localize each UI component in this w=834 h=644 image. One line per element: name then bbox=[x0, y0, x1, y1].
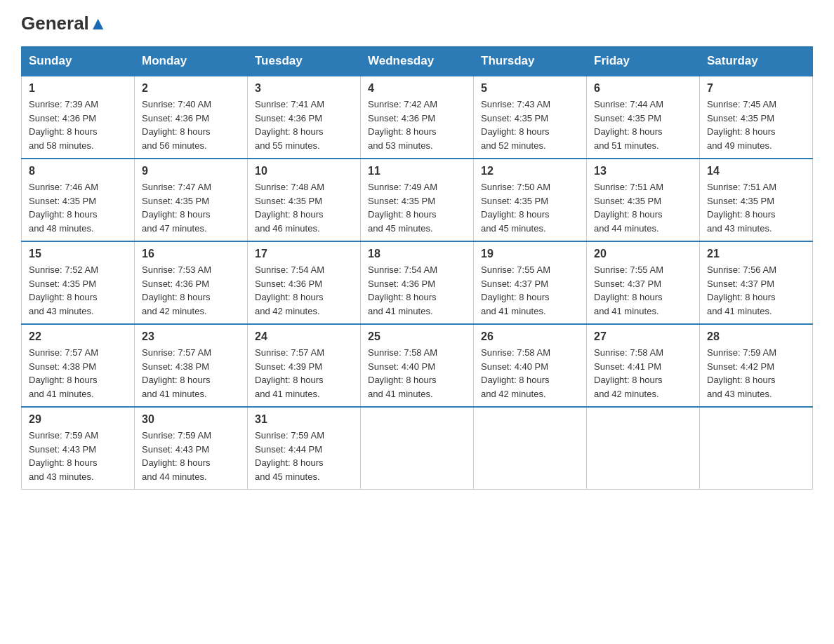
calendar-week-row: 1 Sunrise: 7:39 AM Sunset: 4:36 PM Dayli… bbox=[22, 76, 813, 159]
calendar-cell: 29 Sunrise: 7:59 AM Sunset: 4:43 PM Dayl… bbox=[22, 407, 135, 490]
day-info: Sunrise: 7:51 AM Sunset: 4:35 PM Dayligh… bbox=[594, 180, 692, 235]
calendar-cell: 23 Sunrise: 7:57 AM Sunset: 4:38 PM Dayl… bbox=[135, 324, 248, 407]
calendar-cell: 1 Sunrise: 7:39 AM Sunset: 4:36 PM Dayli… bbox=[22, 76, 135, 159]
calendar-cell bbox=[587, 407, 700, 490]
day-info: Sunrise: 7:59 AM Sunset: 4:44 PM Dayligh… bbox=[255, 429, 353, 483]
day-number: 19 bbox=[481, 248, 579, 260]
calendar-cell bbox=[700, 407, 813, 490]
day-number: 14 bbox=[707, 165, 805, 177]
calendar-week-row: 29 Sunrise: 7:59 AM Sunset: 4:43 PM Dayl… bbox=[22, 407, 813, 490]
day-info: Sunrise: 7:43 AM Sunset: 4:35 PM Dayligh… bbox=[481, 98, 579, 152]
day-info: Sunrise: 7:57 AM Sunset: 4:39 PM Dayligh… bbox=[255, 346, 353, 401]
day-info: Sunrise: 7:53 AM Sunset: 4:36 PM Dayligh… bbox=[142, 263, 240, 318]
calendar-cell: 25 Sunrise: 7:58 AM Sunset: 4:40 PM Dayl… bbox=[361, 324, 474, 407]
day-info: Sunrise: 7:54 AM Sunset: 4:36 PM Dayligh… bbox=[368, 263, 466, 318]
day-info: Sunrise: 7:58 AM Sunset: 4:40 PM Dayligh… bbox=[481, 346, 579, 401]
day-info: Sunrise: 7:46 AM Sunset: 4:35 PM Dayligh… bbox=[29, 180, 127, 235]
day-number: 17 bbox=[255, 248, 353, 260]
calendar-cell: 13 Sunrise: 7:51 AM Sunset: 4:35 PM Dayl… bbox=[587, 159, 700, 241]
day-number: 6 bbox=[594, 82, 692, 95]
day-number: 29 bbox=[29, 413, 127, 426]
day-info: Sunrise: 7:48 AM Sunset: 4:35 PM Dayligh… bbox=[255, 180, 353, 235]
day-number: 27 bbox=[594, 330, 692, 343]
day-info: Sunrise: 7:44 AM Sunset: 4:35 PM Dayligh… bbox=[594, 98, 692, 152]
day-info: Sunrise: 7:54 AM Sunset: 4:36 PM Dayligh… bbox=[255, 263, 353, 318]
calendar-week-row: 22 Sunrise: 7:57 AM Sunset: 4:38 PM Dayl… bbox=[22, 324, 813, 407]
calendar-cell: 20 Sunrise: 7:55 AM Sunset: 4:37 PM Dayl… bbox=[587, 241, 700, 324]
day-info: Sunrise: 7:58 AM Sunset: 4:41 PM Dayligh… bbox=[594, 346, 692, 401]
calendar-cell bbox=[361, 407, 474, 490]
calendar-week-row: 8 Sunrise: 7:46 AM Sunset: 4:35 PM Dayli… bbox=[22, 159, 813, 241]
calendar-cell: 21 Sunrise: 7:56 AM Sunset: 4:37 PM Dayl… bbox=[700, 241, 813, 324]
day-info: Sunrise: 7:59 AM Sunset: 4:43 PM Dayligh… bbox=[29, 429, 127, 483]
day-number: 9 bbox=[142, 165, 240, 177]
day-number: 28 bbox=[707, 330, 805, 343]
day-info: Sunrise: 7:57 AM Sunset: 4:38 PM Dayligh… bbox=[142, 346, 240, 401]
calendar-cell: 14 Sunrise: 7:51 AM Sunset: 4:35 PM Dayl… bbox=[700, 159, 813, 241]
calendar-cell: 9 Sunrise: 7:47 AM Sunset: 4:35 PM Dayli… bbox=[135, 159, 248, 241]
day-number: 13 bbox=[594, 165, 692, 177]
weekday-header-thursday: Thursday bbox=[474, 47, 587, 76]
calendar-week-row: 15 Sunrise: 7:52 AM Sunset: 4:35 PM Dayl… bbox=[22, 241, 813, 324]
day-number: 30 bbox=[142, 413, 240, 426]
day-info: Sunrise: 7:51 AM Sunset: 4:35 PM Dayligh… bbox=[707, 180, 805, 235]
day-number: 1 bbox=[29, 82, 127, 95]
day-number: 4 bbox=[368, 82, 466, 95]
day-info: Sunrise: 7:55 AM Sunset: 4:37 PM Dayligh… bbox=[481, 263, 579, 318]
day-info: Sunrise: 7:57 AM Sunset: 4:38 PM Dayligh… bbox=[29, 346, 127, 401]
day-number: 7 bbox=[707, 82, 805, 95]
day-number: 22 bbox=[29, 330, 127, 343]
day-number: 24 bbox=[255, 330, 353, 343]
page-header: General▲ bbox=[21, 14, 813, 32]
day-info: Sunrise: 7:59 AM Sunset: 4:43 PM Dayligh… bbox=[142, 429, 240, 483]
day-number: 18 bbox=[368, 248, 466, 260]
calendar-cell: 8 Sunrise: 7:46 AM Sunset: 4:35 PM Dayli… bbox=[22, 159, 135, 241]
day-number: 3 bbox=[255, 82, 353, 95]
calendar-cell: 18 Sunrise: 7:54 AM Sunset: 4:36 PM Dayl… bbox=[361, 241, 474, 324]
day-number: 8 bbox=[29, 165, 127, 177]
day-info: Sunrise: 7:40 AM Sunset: 4:36 PM Dayligh… bbox=[142, 98, 240, 152]
weekday-header-monday: Monday bbox=[135, 47, 248, 76]
calendar-cell: 3 Sunrise: 7:41 AM Sunset: 4:36 PM Dayli… bbox=[248, 76, 361, 159]
calendar-cell: 19 Sunrise: 7:55 AM Sunset: 4:37 PM Dayl… bbox=[474, 241, 587, 324]
day-info: Sunrise: 7:52 AM Sunset: 4:35 PM Dayligh… bbox=[29, 263, 127, 318]
calendar-cell: 24 Sunrise: 7:57 AM Sunset: 4:39 PM Dayl… bbox=[248, 324, 361, 407]
day-number: 25 bbox=[368, 330, 466, 343]
weekday-header-sunday: Sunday bbox=[22, 47, 135, 76]
calendar-cell: 15 Sunrise: 7:52 AM Sunset: 4:35 PM Dayl… bbox=[22, 241, 135, 324]
calendar-cell: 31 Sunrise: 7:59 AM Sunset: 4:44 PM Dayl… bbox=[248, 407, 361, 490]
logo-triangle-icon: ▲ bbox=[89, 13, 107, 34]
day-info: Sunrise: 7:59 AM Sunset: 4:42 PM Dayligh… bbox=[707, 346, 805, 401]
calendar-cell: 2 Sunrise: 7:40 AM Sunset: 4:36 PM Dayli… bbox=[135, 76, 248, 159]
weekday-header-row: SundayMondayTuesdayWednesdayThursdayFrid… bbox=[22, 47, 813, 76]
day-number: 12 bbox=[481, 165, 579, 177]
calendar-cell: 7 Sunrise: 7:45 AM Sunset: 4:35 PM Dayli… bbox=[700, 76, 813, 159]
weekday-header-saturday: Saturday bbox=[700, 47, 813, 76]
calendar-cell: 6 Sunrise: 7:44 AM Sunset: 4:35 PM Dayli… bbox=[587, 76, 700, 159]
day-number: 11 bbox=[368, 165, 466, 177]
weekday-header-wednesday: Wednesday bbox=[361, 47, 474, 76]
day-number: 20 bbox=[594, 248, 692, 260]
day-info: Sunrise: 7:50 AM Sunset: 4:35 PM Dayligh… bbox=[481, 180, 579, 235]
calendar-cell bbox=[474, 407, 587, 490]
calendar-cell: 4 Sunrise: 7:42 AM Sunset: 4:36 PM Dayli… bbox=[361, 76, 474, 159]
day-number: 21 bbox=[707, 248, 805, 260]
day-number: 26 bbox=[481, 330, 579, 343]
day-info: Sunrise: 7:58 AM Sunset: 4:40 PM Dayligh… bbox=[368, 346, 466, 401]
day-number: 5 bbox=[481, 82, 579, 95]
day-info: Sunrise: 7:56 AM Sunset: 4:37 PM Dayligh… bbox=[707, 263, 805, 318]
day-number: 16 bbox=[142, 248, 240, 260]
day-number: 23 bbox=[142, 330, 240, 343]
calendar-cell: 17 Sunrise: 7:54 AM Sunset: 4:36 PM Dayl… bbox=[248, 241, 361, 324]
calendar-cell: 27 Sunrise: 7:58 AM Sunset: 4:41 PM Dayl… bbox=[587, 324, 700, 407]
day-info: Sunrise: 7:39 AM Sunset: 4:36 PM Dayligh… bbox=[29, 98, 127, 152]
day-number: 10 bbox=[255, 165, 353, 177]
day-info: Sunrise: 7:41 AM Sunset: 4:36 PM Dayligh… bbox=[255, 98, 353, 152]
day-number: 2 bbox=[142, 82, 240, 95]
calendar-table: SundayMondayTuesdayWednesdayThursdayFrid… bbox=[21, 46, 813, 490]
calendar-cell: 30 Sunrise: 7:59 AM Sunset: 4:43 PM Dayl… bbox=[135, 407, 248, 490]
calendar-cell: 11 Sunrise: 7:49 AM Sunset: 4:35 PM Dayl… bbox=[361, 159, 474, 241]
weekday-header-tuesday: Tuesday bbox=[248, 47, 361, 76]
calendar-cell: 5 Sunrise: 7:43 AM Sunset: 4:35 PM Dayli… bbox=[474, 76, 587, 159]
day-number: 15 bbox=[29, 248, 127, 260]
